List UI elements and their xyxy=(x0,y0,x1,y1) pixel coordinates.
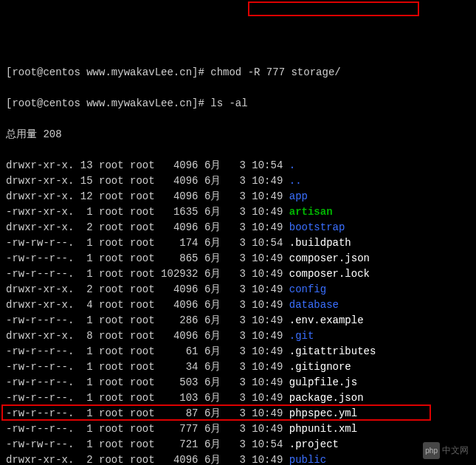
total-line: 总用量 208 xyxy=(6,127,470,142)
prompt-line-2: [root@centos www.mywakavLee.cn]# ls -al xyxy=(6,96,470,111)
file-day: 3 xyxy=(221,376,246,388)
file-time: 10:49 xyxy=(246,361,283,373)
file-owner: root xyxy=(93,423,124,435)
file-perms: -rw-r--r--. xyxy=(6,252,74,264)
file-day: 3 xyxy=(221,221,246,233)
file-group: root xyxy=(124,361,155,373)
file-month: 6月 xyxy=(198,159,221,171)
file-perms: -rwxr-xr-x. xyxy=(6,206,74,218)
file-perms: -rw-r--r--. xyxy=(6,314,74,326)
file-perms: drwxr-xr-x. xyxy=(6,299,74,311)
file-month: 6月 xyxy=(198,252,221,264)
file-group: root xyxy=(124,237,155,249)
file-perms: -rw-r--r--. xyxy=(6,376,74,388)
file-size: 174 xyxy=(155,237,199,249)
file-group: root xyxy=(124,423,155,435)
file-links: 2 xyxy=(74,283,92,295)
file-size: 4096 xyxy=(155,454,199,465)
file-group: root xyxy=(124,175,155,187)
file-perms: drwxr-xr-x. xyxy=(6,283,74,295)
file-row: -rw-r--r--. 1 root root 865 6月 3 10:49 c… xyxy=(6,251,470,266)
file-month: 6月 xyxy=(198,376,221,388)
file-month: 6月 xyxy=(198,175,221,187)
file-perms: -rw-r--r--. xyxy=(6,423,74,435)
file-size: 286 xyxy=(155,314,199,326)
file-name: phpunit.xml xyxy=(289,423,357,435)
file-row: -rw-r--r--. 1 root root 503 6月 3 10:49 g… xyxy=(6,375,470,390)
file-month: 6月 xyxy=(198,268,221,280)
file-row: -rw-r--r--. 1 root root 87 6月 3 10:49 ph… xyxy=(6,406,470,421)
file-row: -rw-r--r--. 1 root root 286 6月 3 10:49 .… xyxy=(6,313,470,328)
file-size: 4096 xyxy=(155,190,199,202)
file-name: composer.json xyxy=(289,252,370,264)
file-group: root xyxy=(124,252,155,264)
file-size: 61 xyxy=(155,345,199,357)
file-day: 3 xyxy=(221,175,246,187)
prompt-2: [root@centos www.mywakavLee.cn]# xyxy=(6,97,210,109)
file-month: 6月 xyxy=(198,361,221,373)
file-row: -rw-r--r--. 1 root root 34 6月 3 10:49 .g… xyxy=(6,359,470,375)
file-owner: root xyxy=(93,330,124,342)
file-owner: root xyxy=(93,175,124,187)
file-links: 1 xyxy=(74,314,92,326)
file-size: 103 xyxy=(155,392,199,404)
file-time: 10:49 xyxy=(246,345,283,357)
file-group: root xyxy=(124,438,155,450)
file-time: 10:49 xyxy=(246,206,283,218)
file-perms: -rw-r--r--. xyxy=(6,407,74,419)
file-group: root xyxy=(124,283,155,295)
file-links: 8 xyxy=(74,330,92,342)
file-row: drwxr-xr-x. 2 root root 4096 6月 3 10:49 … xyxy=(6,282,470,297)
file-size: 4096 xyxy=(155,175,199,187)
file-month: 6月 xyxy=(198,190,221,202)
file-links: 15 xyxy=(74,175,92,187)
file-name: bootstrap xyxy=(289,221,345,233)
file-time: 10:49 xyxy=(246,190,283,202)
file-owner: root xyxy=(93,392,124,404)
file-size: 4096 xyxy=(155,159,199,171)
file-owner: root xyxy=(93,221,124,233)
file-day: 3 xyxy=(221,299,246,311)
file-month: 6月 xyxy=(198,237,221,249)
file-name: gulpfile.js xyxy=(289,376,357,388)
file-name: public xyxy=(289,454,326,465)
file-time: 10:49 xyxy=(246,454,283,465)
file-group: root xyxy=(124,314,155,326)
file-perms: drwxr-xr-x. xyxy=(6,159,74,171)
file-name: package.json xyxy=(289,392,364,404)
file-day: 3 xyxy=(221,330,246,342)
file-name: .buildpath xyxy=(289,237,351,249)
watermark-logo: php xyxy=(423,442,440,459)
file-row: drwxr-xr-x. 2 root root 4096 6月 3 10:49 … xyxy=(6,452,470,465)
file-perms: -rw-rw-r--. xyxy=(6,438,74,450)
file-owner: root xyxy=(93,268,124,280)
file-time: 10:49 xyxy=(246,423,283,435)
file-size: 865 xyxy=(155,252,199,264)
file-perms: drwxr-xr-x. xyxy=(6,221,74,233)
file-name: phpspec.yml xyxy=(289,407,357,419)
file-day: 3 xyxy=(221,454,246,465)
file-name: app xyxy=(289,190,308,202)
file-month: 6月 xyxy=(198,221,221,233)
file-size: 503 xyxy=(155,376,199,388)
file-links: 2 xyxy=(74,454,92,465)
file-name: . xyxy=(289,159,295,171)
highlight-cmd-box xyxy=(248,1,419,16)
file-links: 1 xyxy=(74,345,92,357)
file-owner: root xyxy=(93,299,124,311)
file-time: 10:49 xyxy=(246,283,283,295)
file-row: drwxr-xr-x. 15 root root 4096 6月 3 10:49… xyxy=(6,173,470,189)
file-row: drwxr-xr-x. 13 root root 4096 6月 3 10:54… xyxy=(6,158,470,173)
file-group: root xyxy=(124,376,155,388)
file-day: 3 xyxy=(221,407,246,419)
file-links: 1 xyxy=(74,252,92,264)
file-size: 1635 xyxy=(155,206,199,218)
file-name: .project xyxy=(289,438,339,450)
file-size: 4096 xyxy=(155,299,199,311)
file-day: 3 xyxy=(221,237,246,249)
file-owner: root xyxy=(93,159,124,171)
file-time: 10:49 xyxy=(246,299,283,311)
file-listing: drwxr-xr-x. 13 root root 4096 6月 3 10:54… xyxy=(6,158,470,465)
file-size: 4096 xyxy=(155,330,199,342)
file-time: 10:49 xyxy=(246,252,283,264)
